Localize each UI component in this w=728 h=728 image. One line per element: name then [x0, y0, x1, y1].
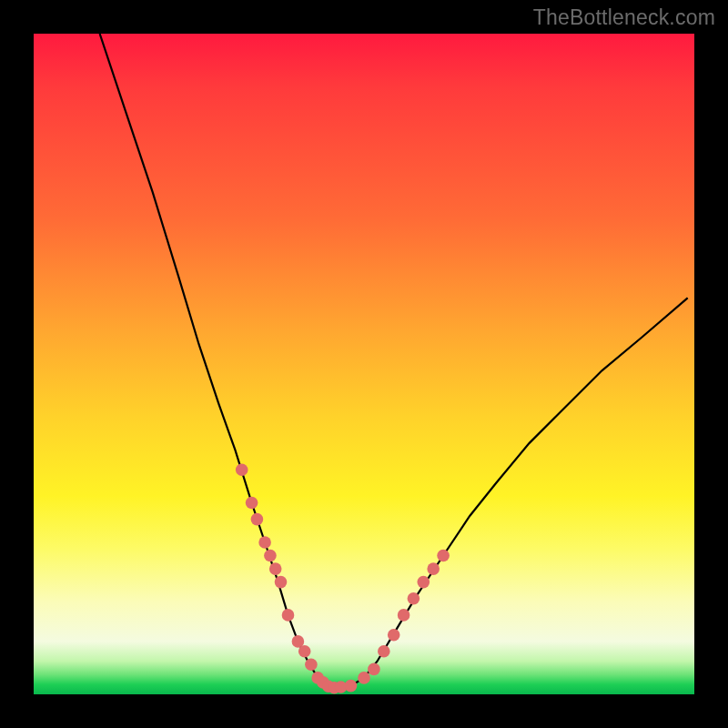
- watermark-text: TheBottleneck.com: [533, 5, 715, 30]
- sample-dot: [305, 659, 318, 672]
- sample-dots-group: [236, 463, 450, 693]
- bottleneck-curve-svg: [34, 34, 694, 694]
- sample-dot: [275, 576, 288, 589]
- sample-dot: [251, 513, 264, 526]
- bottleneck-curve-path: [100, 34, 688, 688]
- sample-dot: [437, 550, 450, 562]
- chart-frame: TheBottleneck.com: [0, 0, 728, 728]
- sample-dot: [378, 645, 390, 658]
- sample-dot: [264, 550, 277, 562]
- sample-dot: [269, 562, 282, 575]
- sample-dot: [368, 663, 380, 676]
- sample-dot: [427, 562, 440, 575]
- plot-area: [34, 34, 694, 694]
- sample-dot: [358, 672, 370, 684]
- sample-dot: [418, 576, 430, 589]
- sample-dot: [345, 680, 358, 693]
- sample-dot: [246, 497, 258, 510]
- sample-dot: [282, 609, 295, 622]
- sample-dot: [298, 645, 311, 658]
- sample-dot: [258, 536, 271, 549]
- sample-dot: [398, 609, 410, 622]
- sample-dot: [236, 463, 248, 476]
- sample-dot: [408, 592, 420, 605]
- sample-dot: [388, 629, 400, 642]
